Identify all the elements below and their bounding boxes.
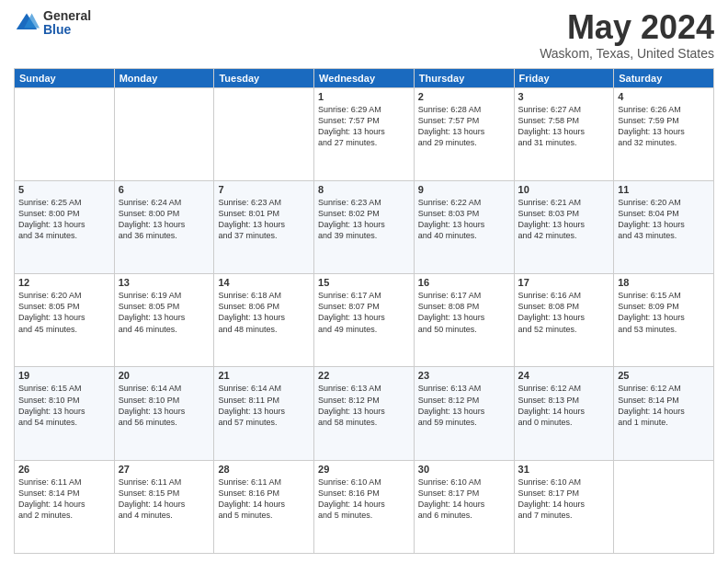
day-number: 2 [418, 91, 510, 102]
day-number: 21 [218, 370, 310, 381]
day-number: 23 [418, 370, 510, 381]
day-info: Sunrise: 6:20 AM Sunset: 8:05 PM Dayligh… [18, 290, 110, 335]
calendar-cell: 10Sunrise: 6:21 AM Sunset: 8:03 PM Dayli… [514, 180, 614, 273]
weekday-header-row: SundayMondayTuesdayWednesdayThursdayFrid… [15, 68, 714, 87]
day-info: Sunrise: 6:14 AM Sunset: 8:10 PM Dayligh… [119, 383, 210, 428]
weekday-header-sunday: Sunday [15, 68, 115, 87]
week-row-3: 19Sunrise: 6:15 AM Sunset: 8:10 PM Dayli… [15, 367, 714, 460]
title-month: May 2024 [540, 9, 714, 46]
calendar-cell: 30Sunrise: 6:10 AM Sunset: 8:17 PM Dayli… [414, 460, 514, 553]
calendar-cell: 19Sunrise: 6:15 AM Sunset: 8:10 PM Dayli… [15, 367, 115, 460]
day-info: Sunrise: 6:15 AM Sunset: 8:10 PM Dayligh… [18, 383, 110, 428]
day-number: 30 [418, 464, 510, 475]
calendar-cell: 28Sunrise: 6:11 AM Sunset: 8:16 PM Dayli… [214, 460, 314, 553]
title-block: May 2024 Waskom, Texas, United States [540, 9, 714, 61]
day-number: 28 [218, 464, 310, 475]
calendar-cell: 11Sunrise: 6:20 AM Sunset: 8:04 PM Dayli… [614, 180, 714, 273]
weekday-header-friday: Friday [514, 68, 614, 87]
day-number: 13 [119, 277, 210, 288]
calendar-cell: 25Sunrise: 6:12 AM Sunset: 8:14 PM Dayli… [614, 367, 714, 460]
calendar-cell [614, 460, 714, 553]
calendar-cell: 26Sunrise: 6:11 AM Sunset: 8:14 PM Dayli… [15, 460, 115, 553]
day-info: Sunrise: 6:11 AM Sunset: 8:16 PM Dayligh… [218, 477, 310, 522]
calendar-cell: 20Sunrise: 6:14 AM Sunset: 8:10 PM Dayli… [114, 367, 214, 460]
day-number: 17 [518, 277, 610, 288]
day-number: 24 [518, 370, 610, 381]
calendar-cell: 22Sunrise: 6:13 AM Sunset: 8:12 PM Dayli… [314, 367, 415, 460]
calendar-cell: 13Sunrise: 6:19 AM Sunset: 8:05 PM Dayli… [114, 274, 214, 367]
calendar-cell: 8Sunrise: 6:23 AM Sunset: 8:02 PM Daylig… [314, 180, 415, 273]
logo-blue: Blue [43, 23, 91, 37]
day-number: 1 [318, 91, 410, 102]
day-number: 12 [18, 277, 110, 288]
day-info: Sunrise: 6:25 AM Sunset: 8:00 PM Dayligh… [18, 197, 110, 242]
day-number: 14 [218, 277, 310, 288]
calendar-cell [214, 87, 314, 180]
day-number: 8 [318, 184, 410, 195]
day-number: 29 [318, 464, 410, 475]
day-number: 10 [518, 184, 610, 195]
day-info: Sunrise: 6:15 AM Sunset: 8:09 PM Dayligh… [618, 290, 710, 335]
day-info: Sunrise: 6:17 AM Sunset: 8:08 PM Dayligh… [418, 290, 510, 335]
calendar-cell: 21Sunrise: 6:14 AM Sunset: 8:11 PM Dayli… [214, 367, 314, 460]
page: General Blue May 2024 Waskom, Texas, Uni… [0, 0, 728, 563]
logo-general: General [43, 9, 91, 23]
day-info: Sunrise: 6:19 AM Sunset: 8:05 PM Dayligh… [119, 290, 210, 335]
calendar-cell: 3Sunrise: 6:27 AM Sunset: 7:58 PM Daylig… [514, 87, 614, 180]
calendar-cell [15, 87, 115, 180]
calendar-cell: 24Sunrise: 6:12 AM Sunset: 8:13 PM Dayli… [514, 367, 614, 460]
day-number: 5 [18, 184, 110, 195]
calendar: SundayMondayTuesdayWednesdayThursdayFrid… [14, 68, 714, 554]
day-info: Sunrise: 6:23 AM Sunset: 8:01 PM Dayligh… [218, 197, 310, 242]
calendar-cell: 17Sunrise: 6:16 AM Sunset: 8:08 PM Dayli… [514, 274, 614, 367]
logo-icon [14, 10, 40, 36]
weekday-header-thursday: Thursday [414, 68, 514, 87]
weekday-header-tuesday: Tuesday [214, 68, 314, 87]
day-info: Sunrise: 6:17 AM Sunset: 8:07 PM Dayligh… [318, 290, 410, 335]
header: General Blue May 2024 Waskom, Texas, Uni… [14, 9, 714, 61]
week-row-4: 26Sunrise: 6:11 AM Sunset: 8:14 PM Dayli… [15, 460, 714, 553]
day-info: Sunrise: 6:13 AM Sunset: 8:12 PM Dayligh… [318, 383, 410, 428]
day-number: 6 [119, 184, 210, 195]
day-info: Sunrise: 6:11 AM Sunset: 8:14 PM Dayligh… [18, 477, 110, 522]
day-info: Sunrise: 6:12 AM Sunset: 8:14 PM Dayligh… [618, 383, 710, 428]
day-info: Sunrise: 6:21 AM Sunset: 8:03 PM Dayligh… [518, 197, 610, 242]
day-info: Sunrise: 6:16 AM Sunset: 8:08 PM Dayligh… [518, 290, 610, 335]
calendar-cell: 6Sunrise: 6:24 AM Sunset: 8:00 PM Daylig… [114, 180, 214, 273]
day-number: 11 [618, 184, 710, 195]
weekday-header-wednesday: Wednesday [314, 68, 415, 87]
day-number: 27 [119, 464, 210, 475]
calendar-cell: 14Sunrise: 6:18 AM Sunset: 8:06 PM Dayli… [214, 274, 314, 367]
calendar-cell: 27Sunrise: 6:11 AM Sunset: 8:15 PM Dayli… [114, 460, 214, 553]
day-info: Sunrise: 6:24 AM Sunset: 8:00 PM Dayligh… [119, 197, 210, 242]
day-number: 9 [418, 184, 510, 195]
calendar-cell: 29Sunrise: 6:10 AM Sunset: 8:16 PM Dayli… [314, 460, 415, 553]
day-number: 26 [18, 464, 110, 475]
day-info: Sunrise: 6:14 AM Sunset: 8:11 PM Dayligh… [218, 383, 310, 428]
calendar-cell: 9Sunrise: 6:22 AM Sunset: 8:03 PM Daylig… [414, 180, 514, 273]
calendar-cell: 4Sunrise: 6:26 AM Sunset: 7:59 PM Daylig… [614, 87, 714, 180]
week-row-1: 5Sunrise: 6:25 AM Sunset: 8:00 PM Daylig… [15, 180, 714, 273]
calendar-cell [114, 87, 214, 180]
day-number: 18 [618, 277, 710, 288]
weekday-header-saturday: Saturday [614, 68, 714, 87]
day-info: Sunrise: 6:11 AM Sunset: 8:15 PM Dayligh… [119, 477, 210, 522]
day-info: Sunrise: 6:28 AM Sunset: 7:57 PM Dayligh… [418, 104, 510, 149]
day-info: Sunrise: 6:10 AM Sunset: 8:17 PM Dayligh… [418, 477, 510, 522]
day-number: 25 [618, 370, 710, 381]
calendar-cell: 18Sunrise: 6:15 AM Sunset: 8:09 PM Dayli… [614, 274, 714, 367]
day-number: 7 [218, 184, 310, 195]
logo: General Blue [14, 9, 91, 38]
day-number: 22 [318, 370, 410, 381]
week-row-0: 1Sunrise: 6:29 AM Sunset: 7:57 PM Daylig… [15, 87, 714, 180]
day-info: Sunrise: 6:18 AM Sunset: 8:06 PM Dayligh… [218, 290, 310, 335]
title-location: Waskom, Texas, United States [540, 46, 714, 61]
calendar-cell: 5Sunrise: 6:25 AM Sunset: 8:00 PM Daylig… [15, 180, 115, 273]
day-number: 31 [518, 464, 610, 475]
day-info: Sunrise: 6:23 AM Sunset: 8:02 PM Dayligh… [318, 197, 410, 242]
day-info: Sunrise: 6:29 AM Sunset: 7:57 PM Dayligh… [318, 104, 410, 149]
day-info: Sunrise: 6:10 AM Sunset: 8:16 PM Dayligh… [318, 477, 410, 522]
day-number: 4 [618, 91, 710, 102]
calendar-cell: 23Sunrise: 6:13 AM Sunset: 8:12 PM Dayli… [414, 367, 514, 460]
day-number: 16 [418, 277, 510, 288]
